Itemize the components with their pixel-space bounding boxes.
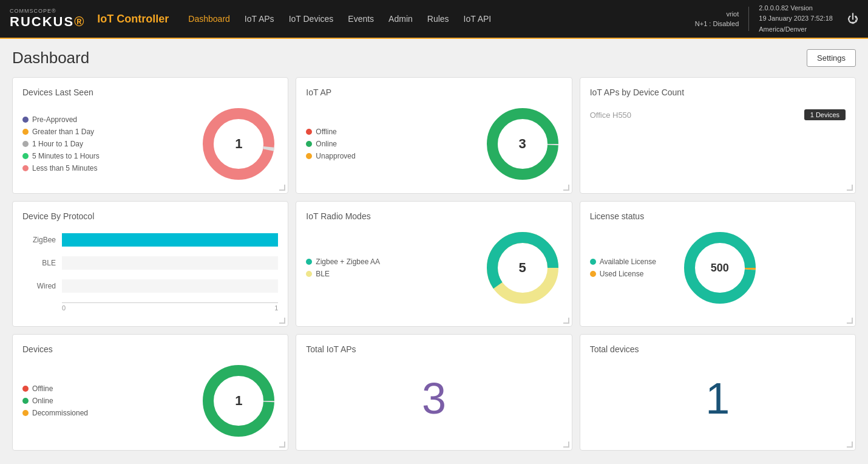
logo-area: COMMSCOPE® RUCKUS® bbox=[10, 8, 85, 30]
axis-min: 0 bbox=[62, 304, 66, 312]
ble-radio-label: BLE bbox=[316, 270, 330, 278]
nav-iot-api[interactable]: IoT API bbox=[464, 14, 492, 24]
total-devices-card: Total devices 1 bbox=[580, 334, 856, 451]
offline-device-label: Offline bbox=[32, 384, 53, 393]
bar-track-ble bbox=[62, 256, 278, 270]
device-badge: 1 Devices bbox=[804, 109, 846, 120]
iot-aps-device-count-title: IoT APs by Device Count bbox=[590, 87, 846, 97]
license-status-title: License status bbox=[590, 211, 846, 221]
header: COMMSCOPE® RUCKUS® IoT Controller Dashbo… bbox=[0, 0, 868, 39]
ruckus-logo: RUCKUS® bbox=[10, 14, 85, 30]
bar-row-zigbee: ZigBee bbox=[22, 233, 278, 247]
commscope-label: COMMSCOPE® bbox=[10, 8, 85, 14]
bar-row-ble: BLE bbox=[22, 256, 278, 270]
greater-day-dot bbox=[22, 129, 29, 135]
online-device-dot bbox=[22, 398, 29, 404]
nav-iot-aps[interactable]: IoT APs bbox=[245, 14, 274, 24]
legend-offline-ap: Offline bbox=[306, 128, 355, 136]
nav-menu: Dashboard IoT APs IoT Devices Events Adm… bbox=[188, 14, 694, 24]
timezone: America/Denver bbox=[759, 24, 833, 35]
license-status-legend: Available License Used License bbox=[590, 258, 656, 278]
iot-radio-modes-content: Zigbee + Zigbee AA BLE 5 bbox=[306, 228, 561, 307]
legend-online-ap: Online bbox=[306, 140, 355, 148]
legend-used-license: Used License bbox=[590, 270, 656, 278]
nav-rules[interactable]: Rules bbox=[427, 14, 449, 24]
axis-line: 0 1 bbox=[62, 302, 278, 312]
iot-ap-donut: 3 bbox=[483, 104, 562, 183]
offline-device-dot bbox=[22, 386, 29, 392]
bar-track-wired bbox=[62, 279, 278, 293]
axis-max: 1 bbox=[274, 304, 278, 312]
bar-label-ble: BLE bbox=[22, 259, 56, 267]
device-by-protocol-title: Device By Protocol bbox=[22, 211, 278, 221]
hour-day-label: 1 Hour to 1 Day bbox=[32, 140, 83, 148]
legend-greater-day: Greater than 1 Day bbox=[22, 128, 100, 136]
less-5min-label: Less than 5 Minutes bbox=[32, 164, 97, 172]
decommissioned-dot bbox=[22, 410, 29, 416]
devices-content: Offline Online Decommissioned bbox=[22, 361, 278, 440]
bar-fill-zigbee bbox=[62, 233, 278, 247]
total-devices-value: 1 bbox=[590, 361, 846, 435]
license-status-content: Available License Used License 500 bbox=[590, 228, 846, 307]
n1-status: N+1 : Disabled bbox=[695, 19, 739, 29]
user-info: vriot N+1 : Disabled bbox=[695, 9, 739, 29]
device-by-protocol-card: Device By Protocol ZigBee BLE Wired bbox=[12, 201, 288, 327]
bar-track-zigbee bbox=[62, 233, 278, 247]
legend-decommissioned: Decommissioned bbox=[22, 409, 88, 417]
license-status-value: 500 bbox=[711, 262, 729, 275]
iot-radio-modes-donut: 5 bbox=[483, 228, 562, 307]
iot-radio-modes-card: IoT Radio Modes Zigbee + Zigbee AA BLE bbox=[296, 201, 572, 327]
bar-label-zigbee: ZigBee bbox=[22, 236, 56, 244]
used-license-label: Used License bbox=[600, 270, 644, 278]
less-5min-dot bbox=[22, 165, 29, 171]
iot-ap-content: Offline Online Unapproved bbox=[306, 104, 561, 183]
5min-1hour-label: 5 Minutes to 1 Hours bbox=[32, 152, 100, 160]
iot-ap-title: IoT AP bbox=[306, 87, 561, 97]
total-iot-aps-title: Total IoT APs bbox=[306, 344, 561, 354]
offline-ap-label: Offline bbox=[316, 128, 336, 136]
legend-hour-day: 1 Hour to 1 Day bbox=[22, 140, 100, 148]
legend-available-license: Available License bbox=[590, 258, 656, 266]
nav-admin[interactable]: Admin bbox=[388, 14, 413, 24]
iot-radio-modes-title: IoT Radio Modes bbox=[306, 211, 561, 221]
iot-ap-card: IoT AP Offline Online Unapproved bbox=[296, 77, 572, 194]
devices-card: Devices Offline Online Decommissioned bbox=[12, 334, 288, 451]
version-number: 2.0.0.0.82 Version bbox=[759, 3, 833, 14]
greater-day-label: Greater than 1 Day bbox=[32, 128, 94, 136]
iot-ap-value: 3 bbox=[519, 136, 526, 152]
dashboard-grid: Devices Last Seen Pre-Approved Greater t… bbox=[12, 77, 856, 451]
online-device-label: Online bbox=[32, 397, 53, 405]
power-icon[interactable]: ⏻ bbox=[847, 13, 858, 26]
available-license-label: Available License bbox=[600, 258, 656, 266]
main-content: Dashboard Settings Devices Last Seen Pre… bbox=[0, 39, 868, 460]
pre-approved-dot bbox=[22, 117, 29, 123]
used-license-dot bbox=[590, 271, 596, 277]
devices-last-seen-content: Pre-Approved Greater than 1 Day 1 Hour t… bbox=[22, 104, 278, 183]
devices-legend: Offline Online Decommissioned bbox=[22, 384, 88, 417]
bar-row-wired: Wired bbox=[22, 279, 278, 293]
5min-1hour-dot bbox=[22, 153, 29, 159]
legend-unapproved-ap: Unapproved bbox=[306, 152, 355, 160]
unapproved-ap-dot bbox=[306, 153, 312, 159]
devices-last-seen-donut: 1 bbox=[199, 104, 278, 183]
legend-5min-1hour: 5 Minutes to 1 Hours bbox=[22, 152, 100, 160]
legend-pre-approved: Pre-Approved bbox=[22, 115, 100, 124]
available-license-dot bbox=[590, 259, 596, 265]
pre-approved-label: Pre-Approved bbox=[32, 115, 77, 124]
nav-events[interactable]: Events bbox=[348, 14, 374, 24]
legend-less-5min: Less than 5 Minutes bbox=[22, 164, 100, 172]
username: vriot bbox=[695, 9, 739, 19]
license-status-donut: 500 bbox=[680, 228, 759, 307]
devices-title: Devices bbox=[22, 344, 278, 354]
settings-button[interactable]: Settings bbox=[807, 49, 856, 67]
online-ap-dot bbox=[306, 141, 312, 147]
total-iot-aps-value: 3 bbox=[306, 361, 561, 435]
device-name: Office H550 bbox=[590, 111, 631, 120]
iot-radio-modes-value: 5 bbox=[519, 260, 526, 276]
nav-iot-devices[interactable]: IoT Devices bbox=[289, 14, 334, 24]
header-right: vriot N+1 : Disabled 2.0.0.0.82 Version … bbox=[695, 3, 858, 35]
devices-value: 1 bbox=[235, 393, 242, 409]
version-info: 2.0.0.0.82 Version 19 January 2023 7:52:… bbox=[759, 3, 833, 35]
nav-dashboard[interactable]: Dashboard bbox=[188, 14, 230, 24]
device-count-row: Office H550 1 Devices bbox=[590, 104, 846, 125]
